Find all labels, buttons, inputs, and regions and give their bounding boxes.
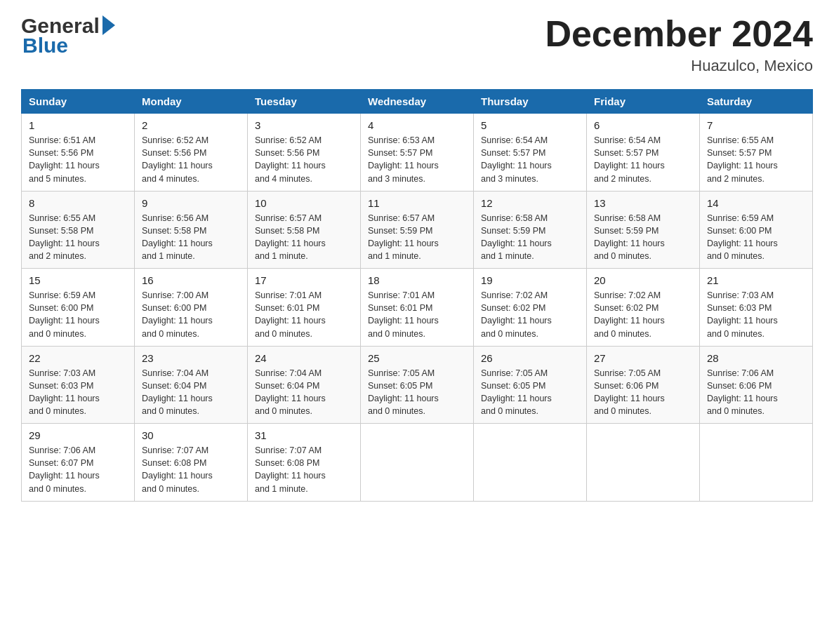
table-row: 25 Sunrise: 7:05 AM Sunset: 6:05 PM Dayl… bbox=[361, 346, 474, 424]
calendar-week-row: 22 Sunrise: 7:03 AM Sunset: 6:03 PM Dayl… bbox=[22, 346, 813, 424]
day-info: Sunrise: 7:05 AM Sunset: 6:05 PM Dayligh… bbox=[368, 367, 466, 418]
day-info: Sunrise: 6:52 AM Sunset: 5:56 PM Dayligh… bbox=[255, 134, 353, 185]
calendar-subtitle: Huazulco, Mexico bbox=[545, 57, 813, 75]
table-row: 7 Sunrise: 6:55 AM Sunset: 5:57 PM Dayli… bbox=[700, 114, 813, 192]
day-number: 15 bbox=[29, 274, 127, 286]
day-info: Sunrise: 7:06 AM Sunset: 6:07 PM Dayligh… bbox=[29, 444, 127, 495]
svg-marker-0 bbox=[102, 15, 115, 35]
day-number: 21 bbox=[707, 274, 805, 286]
day-number: 19 bbox=[481, 274, 579, 286]
day-number: 1 bbox=[29, 119, 127, 131]
table-row: 28 Sunrise: 7:06 AM Sunset: 6:06 PM Dayl… bbox=[700, 346, 813, 424]
table-row: 17 Sunrise: 7:01 AM Sunset: 6:01 PM Dayl… bbox=[248, 269, 361, 347]
day-number: 3 bbox=[255, 119, 353, 131]
day-info: Sunrise: 7:05 AM Sunset: 6:06 PM Dayligh… bbox=[594, 367, 692, 418]
day-number: 9 bbox=[142, 197, 240, 209]
day-info: Sunrise: 6:55 AM Sunset: 5:58 PM Dayligh… bbox=[29, 212, 127, 263]
day-info: Sunrise: 6:58 AM Sunset: 5:59 PM Dayligh… bbox=[594, 212, 692, 263]
day-number: 14 bbox=[707, 197, 805, 209]
day-number: 31 bbox=[255, 429, 353, 441]
table-row: 26 Sunrise: 7:05 AM Sunset: 6:05 PM Dayl… bbox=[474, 346, 587, 424]
day-number: 12 bbox=[481, 197, 579, 209]
day-info: Sunrise: 7:00 AM Sunset: 6:00 PM Dayligh… bbox=[142, 289, 240, 340]
table-row: 27 Sunrise: 7:05 AM Sunset: 6:06 PM Dayl… bbox=[587, 346, 700, 424]
day-number: 29 bbox=[29, 429, 127, 441]
col-wednesday: Wednesday bbox=[361, 90, 474, 114]
day-info: Sunrise: 7:02 AM Sunset: 6:02 PM Dayligh… bbox=[481, 289, 579, 340]
table-row: 1 Sunrise: 6:51 AM Sunset: 5:56 PM Dayli… bbox=[22, 114, 135, 192]
day-number: 18 bbox=[368, 274, 466, 286]
table-row bbox=[361, 424, 474, 502]
table-row: 14 Sunrise: 6:59 AM Sunset: 6:00 PM Dayl… bbox=[700, 191, 813, 269]
day-number: 25 bbox=[368, 352, 466, 364]
day-number: 5 bbox=[481, 119, 579, 131]
table-row: 9 Sunrise: 6:56 AM Sunset: 5:58 PM Dayli… bbox=[135, 191, 248, 269]
day-info: Sunrise: 6:58 AM Sunset: 5:59 PM Dayligh… bbox=[481, 212, 579, 263]
day-info: Sunrise: 6:59 AM Sunset: 6:00 PM Dayligh… bbox=[707, 212, 805, 263]
table-row: 19 Sunrise: 7:02 AM Sunset: 6:02 PM Dayl… bbox=[474, 269, 587, 347]
day-info: Sunrise: 7:07 AM Sunset: 6:08 PM Dayligh… bbox=[142, 444, 240, 495]
day-number: 23 bbox=[142, 352, 240, 364]
table-row bbox=[587, 424, 700, 502]
day-info: Sunrise: 7:03 AM Sunset: 6:03 PM Dayligh… bbox=[707, 289, 805, 340]
day-info: Sunrise: 7:04 AM Sunset: 6:04 PM Dayligh… bbox=[142, 367, 240, 418]
day-number: 20 bbox=[594, 274, 692, 286]
table-row bbox=[474, 424, 587, 502]
day-info: Sunrise: 7:03 AM Sunset: 6:03 PM Dayligh… bbox=[29, 367, 127, 418]
table-row: 4 Sunrise: 6:53 AM Sunset: 5:57 PM Dayli… bbox=[361, 114, 474, 192]
calendar-week-row: 15 Sunrise: 6:59 AM Sunset: 6:00 PM Dayl… bbox=[22, 269, 813, 347]
day-info: Sunrise: 6:59 AM Sunset: 6:00 PM Dayligh… bbox=[29, 289, 127, 340]
day-info: Sunrise: 7:01 AM Sunset: 6:01 PM Dayligh… bbox=[255, 289, 353, 340]
logo: General Blue bbox=[21, 14, 115, 58]
day-number: 4 bbox=[368, 119, 466, 131]
day-number: 11 bbox=[368, 197, 466, 209]
day-number: 30 bbox=[142, 429, 240, 441]
day-number: 7 bbox=[707, 119, 805, 131]
day-number: 6 bbox=[594, 119, 692, 131]
table-row bbox=[700, 424, 813, 502]
day-info: Sunrise: 7:01 AM Sunset: 6:01 PM Dayligh… bbox=[368, 289, 466, 340]
day-number: 13 bbox=[594, 197, 692, 209]
table-row: 18 Sunrise: 7:01 AM Sunset: 6:01 PM Dayl… bbox=[361, 269, 474, 347]
table-row: 16 Sunrise: 7:00 AM Sunset: 6:00 PM Dayl… bbox=[135, 269, 248, 347]
day-number: 26 bbox=[481, 352, 579, 364]
day-info: Sunrise: 6:54 AM Sunset: 5:57 PM Dayligh… bbox=[594, 134, 692, 185]
day-info: Sunrise: 7:04 AM Sunset: 6:04 PM Dayligh… bbox=[255, 367, 353, 418]
col-saturday: Saturday bbox=[700, 90, 813, 114]
table-row: 11 Sunrise: 6:57 AM Sunset: 5:59 PM Dayl… bbox=[361, 191, 474, 269]
table-row: 24 Sunrise: 7:04 AM Sunset: 6:04 PM Dayl… bbox=[248, 346, 361, 424]
col-sunday: Sunday bbox=[22, 90, 135, 114]
day-info: Sunrise: 7:06 AM Sunset: 6:06 PM Dayligh… bbox=[707, 367, 805, 418]
table-row: 5 Sunrise: 6:54 AM Sunset: 5:57 PM Dayli… bbox=[474, 114, 587, 192]
day-info: Sunrise: 6:57 AM Sunset: 5:59 PM Dayligh… bbox=[368, 212, 466, 263]
table-row: 20 Sunrise: 7:02 AM Sunset: 6:02 PM Dayl… bbox=[587, 269, 700, 347]
calendar-title: December 2024 bbox=[545, 14, 813, 54]
day-info: Sunrise: 7:07 AM Sunset: 6:08 PM Dayligh… bbox=[255, 444, 353, 495]
logo-blue-text: Blue bbox=[22, 34, 115, 58]
day-number: 10 bbox=[255, 197, 353, 209]
day-info: Sunrise: 6:51 AM Sunset: 5:56 PM Dayligh… bbox=[29, 134, 127, 185]
table-row: 3 Sunrise: 6:52 AM Sunset: 5:56 PM Dayli… bbox=[248, 114, 361, 192]
calendar-week-row: 29 Sunrise: 7:06 AM Sunset: 6:07 PM Dayl… bbox=[22, 424, 813, 502]
day-info: Sunrise: 6:56 AM Sunset: 5:58 PM Dayligh… bbox=[142, 212, 240, 263]
table-row: 21 Sunrise: 7:03 AM Sunset: 6:03 PM Dayl… bbox=[700, 269, 813, 347]
day-number: 28 bbox=[707, 352, 805, 364]
day-info: Sunrise: 6:53 AM Sunset: 5:57 PM Dayligh… bbox=[368, 134, 466, 185]
table-row: 29 Sunrise: 7:06 AM Sunset: 6:07 PM Dayl… bbox=[22, 424, 135, 502]
title-block: December 2024 Huazulco, Mexico bbox=[545, 14, 813, 75]
day-info: Sunrise: 7:02 AM Sunset: 6:02 PM Dayligh… bbox=[594, 289, 692, 340]
table-row: 6 Sunrise: 6:54 AM Sunset: 5:57 PM Dayli… bbox=[587, 114, 700, 192]
day-number: 8 bbox=[29, 197, 127, 209]
day-number: 17 bbox=[255, 274, 353, 286]
day-info: Sunrise: 6:52 AM Sunset: 5:56 PM Dayligh… bbox=[142, 134, 240, 185]
calendar-week-row: 8 Sunrise: 6:55 AM Sunset: 5:58 PM Dayli… bbox=[22, 191, 813, 269]
calendar-table: Sunday Monday Tuesday Wednesday Thursday… bbox=[21, 89, 813, 502]
day-number: 24 bbox=[255, 352, 353, 364]
col-tuesday: Tuesday bbox=[248, 90, 361, 114]
table-row: 10 Sunrise: 6:57 AM Sunset: 5:58 PM Dayl… bbox=[248, 191, 361, 269]
col-monday: Monday bbox=[135, 90, 248, 114]
day-info: Sunrise: 6:55 AM Sunset: 5:57 PM Dayligh… bbox=[707, 134, 805, 185]
table-row: 2 Sunrise: 6:52 AM Sunset: 5:56 PM Dayli… bbox=[135, 114, 248, 192]
day-info: Sunrise: 7:05 AM Sunset: 6:05 PM Dayligh… bbox=[481, 367, 579, 418]
calendar-week-row: 1 Sunrise: 6:51 AM Sunset: 5:56 PM Dayli… bbox=[22, 114, 813, 192]
